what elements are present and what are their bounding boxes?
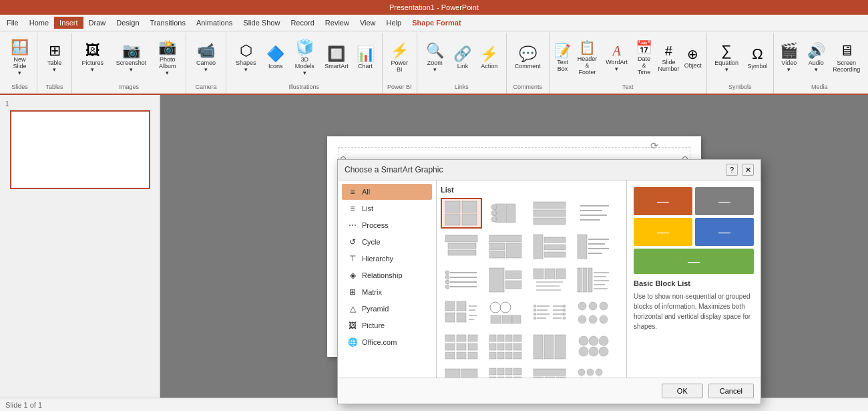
grid-cell-7[interactable] [529,231,570,262]
sidebar-item-picture[interactable]: 🖼 Picture [342,317,432,333]
action-button[interactable]: ⚡ Action [477,44,502,72]
grid-cell-18[interactable] [485,331,526,362]
sidebar-item-list[interactable]: ≡ List [342,200,432,217]
menu-item-transitions[interactable]: Transitions [145,17,191,29]
grid-cell-11[interactable] [529,265,570,295]
object-button[interactable]: ⊕ Object [682,45,703,72]
cancel-button[interactable]: Cancel [708,384,754,398]
grid-cell-22[interactable] [485,365,526,378]
grid-cell-4[interactable] [573,198,614,229]
grid-cell-6[interactable] [485,231,526,262]
menu-item-view[interactable]: View [355,17,381,29]
link-button[interactable]: 🔗 Link [450,44,475,72]
textbox-button[interactable]: 📝 TextBox [552,41,573,75]
menu-item-file[interactable]: File [1,17,24,29]
sidebar-item-hierarchy[interactable]: ⊤ Hierarchy [342,251,432,267]
matrix-icon: ⊞ [347,287,358,297]
svg-rect-133 [513,377,521,378]
ok-button[interactable]: OK [662,384,703,398]
cameo-button[interactable]: 📹 Cameo ▾ [190,41,221,76]
grid-cell-14[interactable] [485,298,526,329]
menu-item-insert[interactable]: Insert [54,17,83,29]
menu-item-draw[interactable]: Draw [83,17,112,29]
table-button[interactable]: ⊞ Table ▾ [41,41,67,76]
menu-item-record[interactable]: Record [285,17,319,29]
svg-rect-104 [513,335,521,341]
pictures-button[interactable]: 🖼 Pictures ▾ [76,41,110,76]
svg-rect-59 [445,313,455,322]
grid-cell-9[interactable] [441,265,482,295]
sidebar-item-cycle[interactable]: ↺ Cycle [342,234,432,250]
slide-number-button[interactable]: # SlideNumber [656,41,681,75]
header-footer-button[interactable]: 📋 Header& Footer [574,38,600,78]
powerbi-button[interactable]: ⚡ PowerBI [387,41,413,76]
grid-cell-20[interactable] [573,331,614,362]
menu-item-help[interactable]: Help [381,17,407,29]
svg-rect-26 [544,252,566,257]
screen-recording-button[interactable]: 🖥 ScreenRecording [831,41,863,76]
grid-cell-3[interactable] [529,198,570,229]
grid-cell-10[interactable] [485,265,526,295]
grid-cell-13[interactable] [441,298,482,329]
header-footer-icon: 📋 [579,41,596,54]
svg-rect-24 [544,237,566,243]
table-label: Table ▾ [45,59,63,73]
chart-button[interactable]: 📊 Chart [353,44,378,72]
grid-cell-19[interactable] [529,331,570,362]
grid-cell-5[interactable] [441,231,482,262]
smartart-dialog[interactable]: Choose a SmartArt Graphic ? ✕ ≡ All ≡ Li… [337,159,761,404]
svg-rect-50 [583,268,587,292]
grid-cell-8[interactable] [573,231,614,262]
grid-cell-23[interactable] [529,365,570,378]
media-group-label: Media [811,82,828,92]
ribbon-group-symbols: ∑ Equation ▾ Ω Symbol Symbols [707,33,774,94]
menu-item-shapeformat[interactable]: Shape Format [407,17,466,29]
menu-item-design[interactable]: Design [111,17,144,29]
sidebar-item-matrix[interactable]: ⊞ Matrix [342,284,432,300]
sidebar-item-relationship[interactable]: ◈ Relationship [342,267,432,283]
menu-item-slideshow[interactable]: Slide Show [238,17,285,29]
grid-cell-21[interactable] [441,365,482,378]
grid-cell-12[interactable] [573,265,614,295]
date-time-button[interactable]: 📅 Date &Time [633,38,656,78]
menu-item-home[interactable]: Home [24,17,54,29]
svg-point-39 [445,285,449,289]
sidebar-item-pyramid[interactable]: △ Pyramid [342,301,432,317]
dialog-help-button[interactable]: ? [726,164,738,176]
sidebar-item-all[interactable]: ≡ All [342,184,432,200]
3d-models-button[interactable]: 🧊 3DModels ▾ [289,37,320,79]
smartart-button[interactable]: 🔲 SmartArt [321,44,351,72]
grid-cell-24[interactable] [573,365,614,378]
symbol-button[interactable]: Ω Symbol [744,44,770,72]
wordart-button[interactable]: A WordArt ▾ [602,41,632,75]
menu-item-animations[interactable]: Animations [191,17,238,29]
svg-point-119 [579,347,588,356]
menu-item-review[interactable]: Review [320,17,355,29]
screenshot-button[interactable]: 📷 Screenshot ▾ [111,41,152,76]
new-slide-button[interactable]: 🪟 NewSlide ▾ [7,37,33,79]
svg-rect-9 [533,202,566,209]
svg-point-84 [563,313,566,315]
equation-button[interactable]: ∑ Equation ▾ [710,41,743,76]
grid-cell-15[interactable] [529,298,570,329]
shapes-button[interactable]: ⬡ Shapes ▾ [230,41,262,76]
photo-album-button[interactable]: 📸 PhotoAlbum ▾ [153,37,182,79]
sidebar-item-officecom[interactable]: 🌐 Office.com [342,334,432,350]
menu-bar: File Home Insert Draw Design Transitions… [0,15,868,31]
icons-button[interactable]: 🔷 Icons [263,44,288,72]
cameo-label: Cameo ▾ [194,59,217,73]
dialog-close-button[interactable]: ✕ [742,164,754,176]
grid-cell-16[interactable] [573,298,614,329]
shapes-icon: ⬡ [240,43,252,58]
grid-cell-1[interactable] [441,198,482,229]
comment-button[interactable]: 💬 Comment [511,44,545,72]
audio-button[interactable]: 🔊 Audio ▾ [803,41,829,76]
grid-cell-2[interactable] [485,198,526,229]
zoom-button[interactable]: 🔍 Zoom ▾ [421,41,449,76]
grid-cell-17[interactable] [441,331,482,362]
svg-rect-131 [497,377,504,378]
slide-thumbnail[interactable] [10,110,150,189]
sidebar-item-process[interactable]: ⋯ Process [342,217,432,233]
symbols-group-label: Symbols [728,82,752,92]
video-button[interactable]: 🎬 Video ▾ [777,41,802,76]
